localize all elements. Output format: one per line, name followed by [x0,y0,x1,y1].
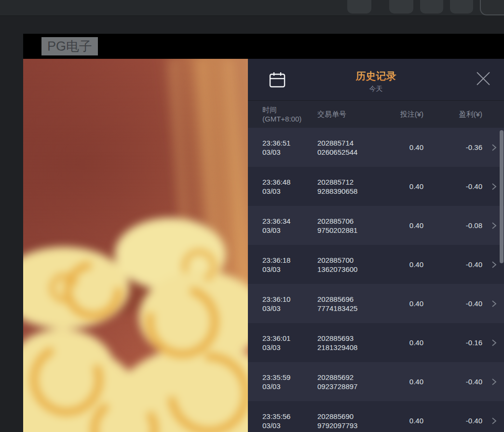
row-time: 23:36:4803/03 [262,177,317,196]
row-bet-amount: 0.40 [392,338,423,347]
chevron-right-icon[interactable] [490,339,498,347]
row-time: 23:35:5903/03 [262,373,317,391]
chevron-right-icon[interactable] [490,144,498,151]
row-time: 23:35:5603/03 [262,412,317,430]
panel-subtitle: 今天 [248,85,504,94]
app-disc-button[interactable] [420,0,443,14]
row-order-id: 2028857129288390658 [317,177,392,196]
table-row[interactable]: 23:36:4803/03 2028857129288390658 0.40 -… [248,167,504,206]
table-row[interactable]: 23:36:1003/03 2028856967774183425 0.40 -… [248,284,504,323]
game-title-badge: PG电子 [41,37,98,55]
row-profit: -0.36 [423,143,482,151]
row-bet-amount: 0.40 [392,378,423,386]
taskbar: ˪ ̩ ̣ᴹ [0,0,504,16]
browser-globe-button[interactable] [450,0,473,14]
scrollbar[interactable] [500,130,504,263]
tray-window-button[interactable] [389,0,413,14]
column-header-bet: 投注(¥) [392,110,423,119]
game-header-bar: PG电子 [23,34,504,59]
row-order-id: 2028856967774183425 [317,295,392,313]
chevron-right-icon[interactable] [490,378,498,386]
row-profit: -0.16 [423,338,482,347]
row-order-id: 2028856920923728897 [317,373,392,391]
row-bet-amount: 0.40 [392,221,423,230]
table-row[interactable]: 23:36:0103/03 2028856932181329408 0.40 -… [248,323,504,362]
chevron-right-icon[interactable] [490,300,498,308]
row-profit: -0.08 [423,221,482,230]
row-bet-amount: 0.40 [392,182,423,190]
column-header-order: 交易单号 [317,110,392,119]
row-profit: -0.40 [423,299,482,308]
row-order-id: 2028856909792097793 [317,412,392,430]
panel-title: 历史记录 [248,69,504,83]
row-profit: -0.40 [423,378,482,386]
table-row[interactable]: 23:36:1803/03 2028857001362073600 0.40 -… [248,245,504,284]
row-order-id: 2028856932181329408 [317,334,392,352]
chevron-right-icon[interactable] [490,417,498,425]
column-header-profit: 盈利(¥) [423,110,482,119]
row-profit: -0.40 [423,260,482,269]
framed-logo-button[interactable] [480,0,504,15]
row-bet-amount: 0.40 [392,143,423,151]
history-rows: 23:36:5103/03 2028857140260652544 0.40 -… [248,128,504,432]
table-row[interactable]: 23:36:3403/03 2028857069750202881 0.40 -… [248,206,504,245]
history-panel-header: 历史记录 今天 [248,59,504,100]
close-button[interactable] [474,69,492,88]
row-order-id: 2028857140260652544 [317,138,392,157]
row-order-id: 2028857069750202881 [317,216,392,235]
row-time: 23:36:0103/03 [262,334,317,352]
row-bet-amount: 0.40 [392,417,423,425]
row-time: 23:36:1003/03 [262,295,317,313]
table-header: 时间 (GMT+8:00) 交易单号 投注(¥) 盈利(¥) [248,100,504,128]
row-profit: -0.40 [423,182,482,190]
history-panel: 历史记录 今天 时间 (GMT+8:00) 交易单号 投注(¥) 盈利(¥) 2… [248,59,504,432]
chevron-right-icon[interactable] [490,183,498,190]
row-bet-amount: 0.40 [392,260,423,269]
chevron-right-icon[interactable] [490,222,498,230]
row-profit: -0.40 [423,417,482,425]
row-time: 23:36:3403/03 [262,216,317,235]
column-header-time: 时间 (GMT+8:00) [262,105,317,123]
table-row[interactable]: 23:35:5603/03 2028856909792097793 0.40 -… [248,401,504,432]
row-time: 23:36:5103/03 [262,138,317,157]
table-row[interactable]: 23:36:5103/03 2028857140260652544 0.40 -… [248,128,504,167]
tab-thumbnail-button[interactable]: ˪ ̩ ̣ᴹ [347,0,371,14]
table-row[interactable]: 23:35:5903/03 2028856920923728897 0.40 -… [248,362,504,401]
row-time: 23:36:1803/03 [262,256,317,274]
close-icon [474,69,492,88]
chevron-right-icon[interactable] [490,261,498,269]
row-order-id: 2028857001362073600 [317,256,392,274]
row-bet-amount: 0.40 [392,299,423,308]
